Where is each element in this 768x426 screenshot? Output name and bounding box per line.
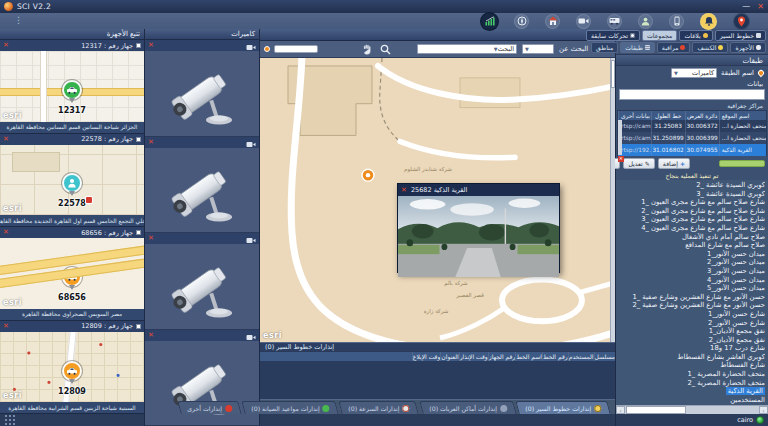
tab-zones[interactable]: مناطق: [591, 42, 618, 53]
table-close-icon[interactable]: ✕: [618, 156, 624, 162]
device-checkbox[interactable]: [136, 324, 141, 329]
tree-item[interactable]: صلاح سالم مع شارع المدافع: [619, 241, 765, 250]
scroll-right-icon[interactable]: ›: [759, 406, 768, 414]
camera-preview[interactable]: [145, 244, 259, 329]
data-input[interactable]: [619, 89, 765, 100]
alarm-tab[interactable]: إنذارات خطوط السير (0): [515, 401, 610, 414]
horizontal-scrollbar[interactable]: ‹ ›: [616, 405, 768, 414]
tree-item[interactable]: شارع صلاح سالم مع شارع مجرى العيون _4: [619, 224, 765, 233]
tree-item[interactable]: شارع الفسطاط: [619, 361, 765, 370]
pan-hand-icon[interactable]: [362, 40, 372, 59]
tree-item[interactable]: ميدان حسن الأنور_5: [619, 284, 765, 293]
scroll-thumb[interactable]: [626, 406, 686, 414]
edit-button[interactable]: ✎تعديل: [623, 158, 654, 169]
locate-icon[interactable]: [264, 46, 270, 52]
history-button[interactable]: تحركات سابقة: [586, 30, 640, 41]
tree-item[interactable]: كوبري العاشر بشارع الفسطاط: [619, 353, 765, 362]
compass-icon[interactable]: [514, 14, 529, 29]
map-vertical-scrollbar[interactable]: [610, 58, 615, 342]
device-checkbox[interactable]: [136, 137, 141, 142]
table-scrollbar[interactable]: [618, 120, 622, 155]
layer-select[interactable]: كاميرات ▼: [671, 68, 717, 78]
close-icon[interactable]: ✕: [3, 229, 9, 236]
table-row[interactable]: القرية الذكية 30.074955 31.016802 rtsp:/…: [618, 144, 766, 156]
close-icon[interactable]: ✕: [148, 42, 154, 49]
camera-preview[interactable]: [145, 148, 259, 233]
tree-item[interactable]: شارع صلاح سالم مع شارع مجرى العيون _3: [619, 215, 765, 224]
search-input[interactable]: البحث ▼: [417, 44, 517, 54]
phone-icon[interactable]: [669, 14, 684, 29]
tree-item[interactable]: كوبري السيدة عائشة _3: [619, 190, 765, 199]
person-icon[interactable]: [638, 14, 653, 29]
stats-icon[interactable]: [481, 13, 498, 30]
device-map-thumbnail[interactable]: 12317 esri: [0, 51, 144, 122]
tree-item[interactable]: ميدان حسن الأنور_4: [619, 276, 765, 285]
table-row[interactable]: متحف الحضارة ا... 30.006372 31.25083 rts…: [618, 120, 766, 132]
tab-layers[interactable]: طبقات: [620, 42, 655, 53]
home-icon[interactable]: [545, 14, 560, 29]
device-checkbox[interactable]: [136, 230, 141, 235]
location-icon[interactable]: [733, 13, 750, 30]
close-icon[interactable]: ✕: [3, 323, 9, 330]
close-icon[interactable]: ✕: [3, 42, 9, 49]
groups-button[interactable]: مجموعات: [642, 30, 677, 41]
routes-button[interactable]: خطوط السير: [715, 30, 766, 41]
device-map-thumbnail[interactable]: 12809 esri: [0, 332, 144, 403]
tree-item[interactable]: متحف الحضارة المصرية _2: [619, 379, 765, 388]
search-icon[interactable]: [380, 40, 391, 59]
alarm-tab[interactable]: إنذارات أماكن العربات (0): [419, 401, 516, 414]
vehicle-marker: 12809: [42, 360, 102, 396]
table-row[interactable]: متحف الحضارة ا... 30.006399 31.250899 rt…: [618, 132, 766, 144]
tree-item[interactable]: كوبري السيدة عائشة _2: [619, 181, 765, 190]
close-button[interactable]: ✕: [757, 2, 764, 11]
camera-video-popup[interactable]: ✕ القرية الذكية 25682: [397, 183, 560, 273]
tree-item[interactable]: حسن الأنور مع شارع العشرين وشارع صفية _2: [619, 301, 765, 310]
close-icon[interactable]: ✕: [148, 235, 154, 242]
tree-item[interactable]: شارع حسن الأنور_2: [619, 319, 765, 328]
tree-item[interactable]: القرية الذكية: [619, 387, 765, 396]
tree-item[interactable]: شارع صلاح سالم مع شارع مجرى العيون _2: [619, 207, 765, 216]
tab-devices[interactable]: الأجهزة: [730, 42, 766, 53]
tree-item[interactable]: شارع صلاح سالم مع شارع مجرى العيون _1: [619, 198, 765, 207]
close-icon[interactable]: ✕: [3, 136, 9, 143]
device-item-header: ✕ جهاز رقم : 68656: [0, 227, 144, 238]
add-button[interactable]: +إضافة: [658, 158, 690, 169]
vehicle-icon[interactable]: [607, 14, 622, 29]
tree-item[interactable]: نفق مجمع الأديان_2: [619, 336, 765, 345]
video-camera-icon[interactable]: [576, 14, 591, 29]
close-icon[interactable]: ✕: [401, 187, 407, 194]
tree-item[interactable]: نفق مجمع الأديان_1: [619, 327, 765, 336]
alarm-tab[interactable]: إنذارات أخرى: [177, 401, 241, 414]
tree-item[interactable]: شارع حسن الأنور_1: [619, 310, 765, 319]
tab-detection[interactable]: الكشف: [692, 42, 728, 53]
map-canvas[interactable]: شركة شنايدر الشلوم شركة بالم قصر القصير …: [260, 58, 615, 342]
tree-item[interactable]: المستخدمين: [619, 396, 765, 405]
camera-map-marker[interactable]: [362, 169, 374, 181]
minimize-button[interactable]: —: [742, 4, 750, 10]
device-map-thumbnail[interactable]: 22578 esri: [0, 145, 144, 216]
resize-grip[interactable]: [0, 414, 144, 426]
reports-button[interactable]: بلاغات: [679, 30, 712, 41]
camera-preview[interactable]: [145, 51, 259, 136]
tree-item[interactable]: ميدان حسن الأنور_2: [619, 258, 765, 267]
tree-item[interactable]: صلاح سالم أمام نادي الأشغال: [619, 233, 765, 242]
scroll-left-icon[interactable]: ‹: [616, 406, 625, 414]
title-bar: SCI V2.2 — ✕: [0, 0, 768, 13]
device-checkbox[interactable]: [136, 43, 141, 48]
tree-item[interactable]: حسن الأنور مع شارع العشرين وشارع صفية _1: [619, 293, 765, 302]
bell-icon[interactable]: [700, 13, 717, 30]
tab-monitoring[interactable]: مراقبة: [657, 42, 691, 53]
close-icon[interactable]: ✕: [148, 139, 154, 146]
alarm-tab[interactable]: إنذارات مواعيد الصيانة (0): [241, 401, 339, 414]
tree-item[interactable]: متحف الحضارة المصرية _1: [619, 370, 765, 379]
search-field-select[interactable]: ▼: [522, 44, 554, 54]
alarm-tab[interactable]: إنذارات السرعة (0): [339, 401, 420, 414]
tree-item[interactable]: شارع درب 17 و18: [619, 344, 765, 353]
tree-item[interactable]: ميدان حسن الأنور_3: [619, 267, 765, 276]
tree-item[interactable]: ميدان حسن الأنور_1: [619, 250, 765, 259]
locations-tree: كوبري السيدة عائشة _2 كوبري السيدة عائشة…: [616, 180, 768, 405]
column-header: بيانات أخرى: [618, 111, 651, 120]
popup-title: القرية الذكية 25682: [411, 186, 468, 194]
close-icon[interactable]: ✕: [148, 332, 154, 339]
device-map-thumbnail[interactable]: 68656 esri: [0, 238, 144, 309]
